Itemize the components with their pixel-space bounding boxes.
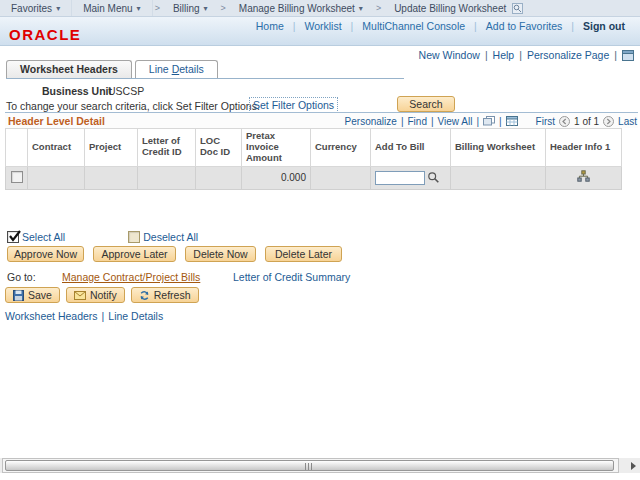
column-header-loc-doc-id[interactable]: LOC Doc ID (196, 129, 242, 167)
notify-envelope-icon (74, 291, 86, 300)
last-link[interactable]: Last (618, 116, 637, 127)
row-select-checkbox[interactable] (11, 171, 23, 183)
column-header-currency[interactable]: Currency (311, 129, 371, 167)
manage-contract-project-bills-link[interactable]: Manage Contract/Project Bills (62, 271, 200, 283)
breadcrumb-billing[interactable]: Billing ▾ (162, 0, 219, 16)
table-header-row: Contract Project Letter of Credit ID LOC… (6, 129, 622, 167)
refresh-icon (139, 290, 150, 301)
update-billing-worksheet-page: Favorites ▾ Main Menu ▾ > Billing ▾ > Ma… (0, 0, 640, 480)
breadcrumb-label: Favorites (11, 3, 52, 14)
breadcrumb-favorites[interactable]: Favorites ▾ (0, 0, 72, 16)
search-button[interactable]: Search (397, 96, 455, 112)
select-all-checkbox[interactable] (7, 231, 19, 243)
letter-of-credit-summary-link[interactable]: Letter of Credit Summary (233, 271, 350, 283)
personalize-link[interactable]: Personalize (345, 116, 397, 127)
multichannel-console-link[interactable]: MultiChannel Console (353, 20, 474, 32)
column-header-contract[interactable]: Contract (28, 129, 85, 167)
delete-now-button[interactable]: Delete Now (185, 246, 256, 262)
notify-button[interactable]: Notify (66, 287, 125, 303)
footer-line-details-link[interactable]: Line Details (108, 310, 163, 322)
checkmark-icon (8, 229, 22, 245)
header-links: Home | Worklist | MultiChannel Console |… (247, 20, 634, 32)
breadcrumb-label: Update Billing Worksheet (394, 3, 506, 14)
column-header-project[interactable]: Project (85, 129, 138, 167)
save-button[interactable]: Save (5, 287, 60, 303)
view-all-link[interactable]: View All (438, 116, 473, 127)
help-link[interactable]: Help (493, 49, 515, 61)
filter-hint-text: To change your search criteria, click Se… (6, 100, 260, 112)
scrollbar-right-arrow-icon[interactable] (631, 462, 636, 470)
add-to-bill-input[interactable] (375, 171, 425, 185)
first-link[interactable]: First (536, 116, 555, 127)
chevron-down-icon: ▾ (56, 4, 60, 13)
breadcrumb-label: Main Menu (83, 3, 132, 14)
find-link[interactable]: Find (407, 116, 426, 127)
set-filter-options-link[interactable]: Set Filter Options (249, 97, 338, 113)
column-header-add-to-bill[interactable]: Add To Bill (371, 129, 451, 167)
separator: | (614, 49, 617, 61)
app-header: Home | Worklist | MultiChannel Console |… (0, 17, 640, 46)
worklist-link[interactable]: Worklist (295, 20, 350, 32)
select-all-item: Select All (7, 231, 65, 243)
business-unit-value: USCSP (108, 85, 144, 97)
sign-out-link[interactable]: Sign out (574, 20, 634, 32)
select-all-link[interactable]: Select All (22, 231, 65, 243)
letter-of-credit-id-cell (138, 166, 196, 189)
personalize-page-link[interactable]: Personalize Page (527, 49, 609, 61)
tab-line-details[interactable]: Line Details (135, 60, 218, 78)
horizontal-scrollbar (0, 458, 640, 473)
chevron-down-icon: ▾ (137, 4, 141, 13)
breadcrumb-search-icon[interactable] (512, 3, 523, 14)
goto-label: Go to: (7, 271, 36, 283)
scrollbar-track[interactable] (2, 458, 619, 473)
separator: | (519, 49, 522, 61)
delete-later-button[interactable]: Delete Later (265, 246, 342, 262)
deselect-all-link[interactable]: Deselect All (143, 231, 198, 243)
breadcrumb-separator: > (374, 3, 383, 13)
scrollbar-grip-icon (305, 463, 312, 470)
column-header-billing-worksheet[interactable]: Billing Worksheet (451, 129, 546, 167)
tab-worksheet-headers[interactable]: Worksheet Headers (6, 60, 132, 78)
next-row-icon[interactable] (603, 116, 614, 127)
separator: | (485, 49, 488, 61)
add-to-favorites-link[interactable]: Add to Favorites (477, 20, 571, 32)
oracle-logo: ORACLE (9, 26, 81, 43)
footer-worksheet-headers-link[interactable]: Worksheet Headers (5, 310, 98, 322)
grid-controls: Personalize | Find | View All | | First (345, 116, 637, 127)
column-header-pretax-invoice-amount[interactable]: Pretax Invoice Amount (242, 129, 311, 167)
tab-label: Worksheet Headers (20, 63, 118, 75)
deselect-all-checkbox[interactable] (128, 231, 140, 243)
header-info-drilldown-icon[interactable] (577, 170, 590, 183)
breadcrumb-separator: > (219, 3, 228, 13)
chevron-down-icon: ▾ (204, 4, 208, 13)
notify-label: Notify (90, 289, 117, 301)
approve-now-button[interactable]: Approve Now (7, 246, 84, 262)
home-link[interactable]: Home (247, 20, 293, 32)
breadcrumb-label: Billing (173, 3, 200, 14)
separator: | (431, 116, 434, 127)
scrollbar-thumb[interactable] (5, 460, 614, 471)
separator: | (102, 310, 105, 322)
footer-page-links: Worksheet Headers | Line Details (5, 310, 163, 322)
new-window-link[interactable]: New Window (419, 49, 480, 61)
breadcrumb-manage-billing-worksheet[interactable]: Manage Billing Worksheet ▾ (228, 0, 374, 16)
refresh-button[interactable]: Refresh (131, 287, 199, 303)
zoom-grid-popout-icon[interactable] (483, 116, 495, 126)
add-to-bill-cell (371, 166, 451, 189)
pretax-invoice-amount-cell: 0.000 (242, 166, 311, 189)
worksheet-table: Contract Project Letter of Credit ID LOC… (5, 128, 622, 190)
breadcrumb-update-billing-worksheet[interactable]: Update Billing Worksheet (383, 0, 534, 16)
column-header-header-info-1[interactable]: Header Info 1 (546, 129, 622, 167)
lookup-icon[interactable] (427, 171, 440, 184)
tab-label: etails (179, 63, 204, 75)
column-header-letter-of-credit-id[interactable]: Letter of Credit ID (138, 129, 196, 167)
business-unit-label: Business Unit (42, 85, 112, 97)
personalize-layout-icon[interactable] (622, 50, 634, 61)
breadcrumb-main-menu[interactable]: Main Menu ▾ (72, 0, 152, 16)
chevron-down-icon: ▾ (359, 4, 363, 13)
contract-cell (28, 166, 85, 189)
row-select-cell (6, 166, 28, 189)
previous-row-icon[interactable] (559, 116, 570, 127)
download-grid-icon[interactable] (506, 116, 518, 126)
approve-later-button[interactable]: Approve Later (93, 246, 176, 262)
